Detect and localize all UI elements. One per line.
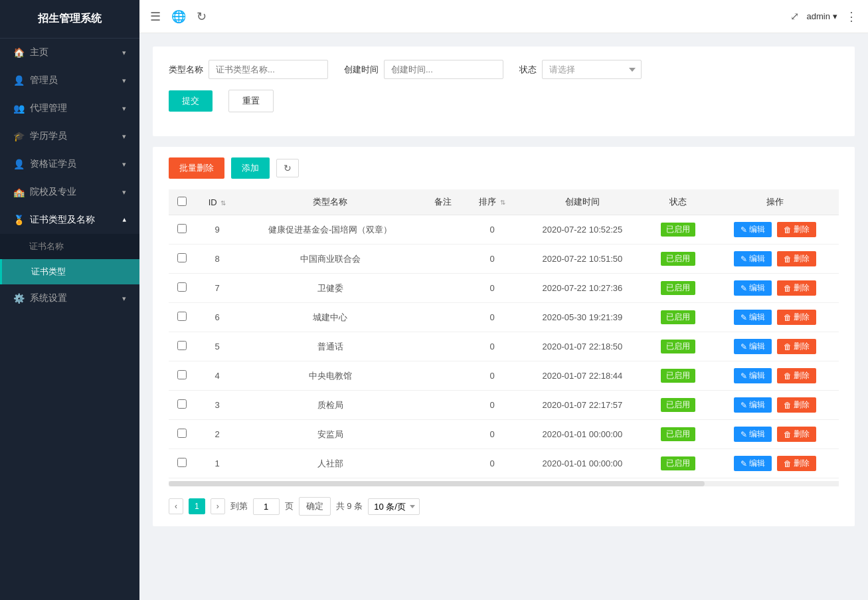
page-confirm-button[interactable]: 确定 bbox=[299, 497, 331, 516]
filter-type-name: 类型名称 bbox=[169, 60, 328, 79]
row-checkbox[interactable] bbox=[177, 253, 187, 262]
prev-page-button[interactable]: ‹ bbox=[169, 498, 183, 514]
more-options-icon[interactable]: ⋮ bbox=[845, 9, 857, 24]
delete-button[interactable]: 🗑删除 bbox=[777, 456, 816, 471]
row-status: 已启用 bbox=[645, 332, 711, 361]
system-icon: ⚙️ bbox=[13, 293, 25, 304]
delete-button[interactable]: 🗑删除 bbox=[777, 222, 816, 237]
delete-icon: 🗑 bbox=[784, 342, 792, 351]
row-id: 8 bbox=[195, 245, 239, 274]
admin-button[interactable]: admin ▾ bbox=[807, 11, 837, 21]
delete-button[interactable]: 🗑删除 bbox=[777, 310, 816, 325]
edit-button[interactable]: ✎编辑 bbox=[734, 251, 772, 266]
add-button[interactable]: 添加 bbox=[231, 157, 270, 179]
edit-button[interactable]: ✎编辑 bbox=[734, 397, 772, 413]
row-checkbox[interactable] bbox=[177, 282, 187, 292]
delete-icon: 🗑 bbox=[784, 284, 792, 293]
status-badge: 已启用 bbox=[661, 310, 695, 324]
status-badge: 已启用 bbox=[661, 281, 695, 295]
refresh-header-icon[interactable]: ↻ bbox=[197, 9, 207, 24]
page-goto-input[interactable] bbox=[253, 498, 280, 515]
row-name: 健康促进基金会-国培网（双章） bbox=[239, 215, 421, 245]
table-row: 7 卫健委 0 2020-07-22 10:27:36 已启用 ✎编辑 🗑删除 bbox=[169, 274, 839, 303]
sidebar-item-system[interactable]: ⚙️ 系统设置 ▾ bbox=[0, 284, 139, 312]
sort-icon-id[interactable]: ⇅ bbox=[220, 199, 226, 207]
th-action: 操作 bbox=[711, 189, 839, 215]
row-sort: 0 bbox=[465, 215, 520, 245]
row-checkbox[interactable] bbox=[177, 341, 187, 350]
row-actions: ✎编辑 🗑删除 bbox=[711, 303, 839, 332]
row-checkbox[interactable] bbox=[177, 399, 187, 409]
edit-button[interactable]: ✎编辑 bbox=[734, 456, 772, 471]
delete-button[interactable]: 🗑删除 bbox=[777, 251, 816, 266]
sidebar-item-admin[interactable]: 👤 管理员 ▾ bbox=[0, 66, 139, 94]
sidebar-item-cert-student[interactable]: 👤 资格证学员 ▾ bbox=[0, 150, 139, 178]
sort-icon-order[interactable]: ⇅ bbox=[500, 199, 505, 206]
sidebar-item-cert-name[interactable]: 证书名称 bbox=[0, 234, 139, 259]
delete-button[interactable]: 🗑删除 bbox=[777, 427, 816, 442]
next-page-button[interactable]: › bbox=[211, 498, 225, 514]
edit-button[interactable]: ✎编辑 bbox=[734, 310, 772, 325]
chevron-down-icon: ▾ bbox=[122, 188, 126, 197]
globe-icon[interactable]: 🌐 bbox=[171, 9, 186, 24]
row-name: 普通话 bbox=[239, 332, 421, 361]
row-checkbox[interactable] bbox=[177, 312, 187, 321]
row-actions: ✎编辑 🗑删除 bbox=[711, 420, 839, 449]
sidebar-item-school[interactable]: 🏫 院校及专业 ▾ bbox=[0, 178, 139, 206]
row-checkbox[interactable] bbox=[177, 370, 187, 379]
table-row: 1 人社部 0 2020-01-01 00:00:00 已启用 ✎编辑 🗑删除 bbox=[169, 449, 839, 478]
sidebar-item-label: 资格证学员 bbox=[30, 158, 76, 170]
table-horizontal-scrollbar[interactable] bbox=[169, 481, 839, 486]
chevron-up-icon: ▾ bbox=[122, 216, 126, 225]
sidebar-item-cert-type[interactable]: 🏅 证书类型及名称 ▾ bbox=[0, 206, 139, 234]
row-note bbox=[421, 303, 464, 332]
edit-button[interactable]: ✎编辑 bbox=[734, 222, 772, 237]
create-time-input[interactable] bbox=[384, 60, 503, 79]
row-sort: 0 bbox=[465, 449, 520, 478]
delete-button[interactable]: 🗑删除 bbox=[777, 280, 816, 296]
submit-button[interactable]: 提交 bbox=[169, 90, 213, 112]
sidebar-item-agent[interactable]: 👥 代理管理 ▾ bbox=[0, 94, 139, 122]
sidebar-item-home[interactable]: 🏠 主页 ▾ bbox=[0, 39, 139, 66]
edit-button[interactable]: ✎编辑 bbox=[734, 339, 772, 354]
edit-button[interactable]: ✎编辑 bbox=[734, 368, 772, 383]
row-sort: 0 bbox=[465, 303, 520, 332]
delete-button[interactable]: 🗑删除 bbox=[777, 368, 816, 383]
expand-icon[interactable]: ⤢ bbox=[790, 10, 799, 23]
edit-icon: ✎ bbox=[740, 254, 747, 264]
type-name-input[interactable] bbox=[209, 60, 328, 79]
edit-button[interactable]: ✎编辑 bbox=[734, 427, 772, 442]
scrollbar-thumb[interactable] bbox=[169, 481, 705, 486]
delete-button[interactable]: 🗑删除 bbox=[777, 397, 816, 413]
status-badge: 已启用 bbox=[661, 369, 695, 383]
row-checkbox[interactable] bbox=[177, 429, 187, 438]
row-checkbox[interactable] bbox=[177, 458, 187, 467]
table-row: 3 质检局 0 2020-01-07 22:17:57 已启用 ✎编辑 🗑删除 bbox=[169, 391, 839, 420]
sidebar-item-edu-student[interactable]: 🎓 学历学员 ▾ bbox=[0, 122, 139, 150]
chevron-down-icon: ▾ bbox=[122, 49, 126, 57]
select-all-checkbox[interactable] bbox=[177, 197, 187, 206]
reset-button[interactable]: 重置 bbox=[228, 90, 274, 112]
header-left: ☰ 🌐 ↻ bbox=[150, 9, 780, 24]
sidebar-item-cert-category[interactable]: 证书类型 bbox=[0, 259, 139, 284]
total-label: 共 9 条 bbox=[336, 500, 363, 512]
row-name: 质检局 bbox=[239, 391, 421, 420]
row-checkbox[interactable] bbox=[177, 224, 187, 233]
create-time-label: 创建时间 bbox=[344, 64, 379, 76]
delete-icon: 🗑 bbox=[784, 430, 792, 439]
row-sort: 0 bbox=[465, 332, 520, 361]
delete-button[interactable]: 🗑删除 bbox=[777, 339, 816, 354]
status-select[interactable]: 请选择 已启用 已禁用 bbox=[542, 60, 642, 79]
per-page-select[interactable]: 10 条/页 20 条/页 50 条/页 bbox=[368, 498, 420, 515]
row-name: 安监局 bbox=[239, 420, 421, 449]
row-id: 6 bbox=[195, 303, 239, 332]
table-refresh-button[interactable]: ↻ bbox=[276, 159, 299, 177]
batch-delete-button[interactable]: 批量删除 bbox=[169, 157, 224, 179]
page-1-button[interactable]: 1 bbox=[189, 498, 205, 514]
row-checkbox-cell bbox=[169, 361, 195, 391]
sidebar-item-label: 代理管理 bbox=[30, 102, 67, 114]
status-badge: 已启用 bbox=[661, 456, 695, 470]
menu-toggle-icon[interactable]: ☰ bbox=[150, 9, 161, 24]
edit-button[interactable]: ✎编辑 bbox=[734, 280, 772, 296]
edit-icon: ✎ bbox=[740, 284, 747, 293]
